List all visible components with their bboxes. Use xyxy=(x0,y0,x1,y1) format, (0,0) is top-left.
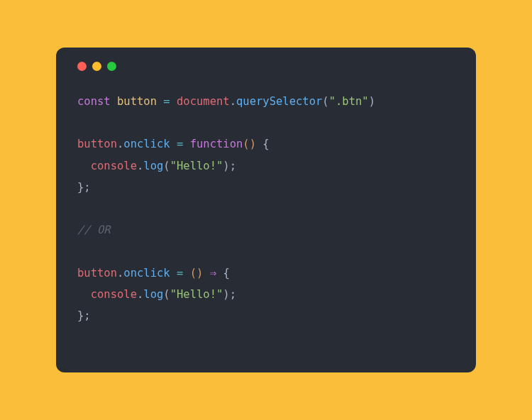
code-block: const button = document.querySelector(".… xyxy=(77,91,455,326)
code-line: // OR xyxy=(77,223,111,236)
punct-rparen: ) xyxy=(369,95,375,108)
operator-eq: = xyxy=(170,267,190,280)
punct-parens: () xyxy=(243,138,256,150)
property-onclick: onclick xyxy=(123,267,170,280)
string-hello: "Hello!" xyxy=(170,288,223,301)
arrow-icon: ⇒ xyxy=(210,267,216,280)
variable-button: button xyxy=(117,95,157,108)
punct-semi: ; xyxy=(84,309,90,322)
code-line: console.log("Hello!"); xyxy=(77,288,236,301)
code-line: button.onclick = function() { xyxy=(77,138,270,150)
string-btn: ".btn" xyxy=(329,95,369,108)
punct-rparen: ) xyxy=(223,288,229,301)
comment-or: // OR xyxy=(77,223,111,236)
method-log: log xyxy=(143,160,163,172)
object-console: console xyxy=(91,288,137,301)
code-line: button.onclick = () ⇒ { xyxy=(77,267,230,280)
punct-semi: ; xyxy=(230,160,236,172)
method-querySelector: querySelector xyxy=(236,95,322,108)
minimize-icon[interactable] xyxy=(92,62,101,71)
object-button: button xyxy=(77,138,117,150)
string-hello: "Hello!" xyxy=(170,160,223,172)
window-titlebar xyxy=(77,62,455,71)
punct-rparen: ) xyxy=(196,267,203,280)
punct-lbrace: { xyxy=(223,267,229,280)
close-icon[interactable] xyxy=(77,62,87,71)
object-document: document xyxy=(177,95,230,108)
keyword-const: const xyxy=(77,95,111,108)
property-onclick: onclick xyxy=(123,138,170,150)
code-line: console.log("Hello!"); xyxy=(77,160,236,172)
code-line: const button = document.querySelector(".… xyxy=(77,95,375,108)
punct-dot: . xyxy=(137,288,143,301)
operator-eq: = xyxy=(170,138,190,150)
punct-lbrace: { xyxy=(262,138,269,150)
code-line: }; xyxy=(77,181,91,194)
punct-rparen: ) xyxy=(223,160,229,172)
punct-dot: . xyxy=(117,267,123,280)
punct-dot: . xyxy=(117,138,123,150)
punct-dot: . xyxy=(230,95,236,108)
method-log: log xyxy=(143,288,163,301)
punct-rbrace: } xyxy=(77,181,84,194)
punct-lparen: ( xyxy=(190,267,196,280)
operator-eq: = xyxy=(157,95,177,108)
punct-dot: . xyxy=(137,160,143,172)
punct-lparen: ( xyxy=(163,288,170,301)
punct-semi: ; xyxy=(84,181,90,194)
object-button: button xyxy=(77,267,117,280)
code-line: }; xyxy=(77,309,91,322)
object-console: console xyxy=(91,160,137,172)
keyword-function: function xyxy=(190,138,243,150)
punct-rbrace: } xyxy=(77,309,84,322)
punct-lparen: ( xyxy=(322,95,328,108)
maximize-icon[interactable] xyxy=(107,62,116,71)
editor-window: const button = document.querySelector(".… xyxy=(56,48,476,372)
punct-lparen: ( xyxy=(163,160,170,172)
punct-semi: ; xyxy=(230,288,236,301)
